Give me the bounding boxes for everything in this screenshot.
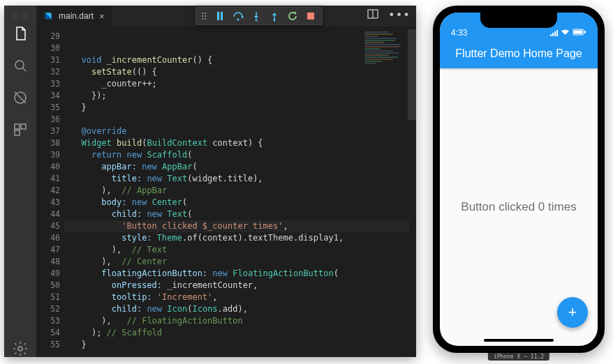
simulator-device-label: iPhone X – 11.2 [488, 353, 549, 361]
svg-marker-10 [242, 15, 244, 19]
simulator-screen[interactable]: 4:33 Flutter Demo Home Page Button click… [440, 13, 598, 346]
pause-icon[interactable] [214, 10, 226, 22]
step-over-icon[interactable] [232, 10, 244, 22]
line-gutter: 29 30 31 32 33 34 35 36 37 38 39 40 41 4… [36, 26, 64, 357]
svg-point-14 [256, 20, 258, 22]
debug-icon[interactable] [12, 89, 29, 106]
step-into-icon[interactable] [251, 10, 262, 22]
tab-main-dart[interactable]: main.dart × [36, 6, 112, 26]
svg-marker-16 [272, 13, 276, 15]
more-actions-icon[interactable]: ••• [388, 8, 411, 22]
settings-gear-icon[interactable] [12, 340, 29, 357]
close-icon[interactable]: × [99, 11, 105, 22]
extensions-icon[interactable] [12, 121, 29, 138]
home-indicator[interactable] [484, 339, 554, 342]
svg-point-7 [18, 347, 22, 351]
svg-rect-8 [217, 12, 219, 20]
ios-simulator-frame: 4:33 Flutter Demo Home Page Button click… [433, 6, 605, 353]
status-time: 4:33 [451, 28, 467, 38]
search-icon[interactable] [12, 57, 29, 74]
vertical-scrollbar[interactable] [408, 26, 416, 357]
tab-label: main.dart [59, 11, 94, 21]
svg-rect-9 [221, 12, 223, 20]
plus-icon: + [568, 303, 577, 321]
svg-rect-6 [15, 130, 20, 135]
app-bar: Flutter Demo Home Page [440, 39, 598, 68]
tab-bar: main.dart × ••• [36, 6, 416, 26]
status-indicators [550, 28, 586, 38]
minimap[interactable] [364, 31, 405, 100]
window-close-dot[interactable] [11, 13, 18, 20]
code-editor-window: main.dart × ••• [4, 6, 416, 357]
svg-rect-4 [15, 124, 20, 129]
code-area[interactable]: 29 30 31 32 33 34 35 36 37 38 39 40 41 4… [36, 26, 416, 357]
battery-icon [573, 28, 586, 38]
svg-marker-18 [295, 11, 297, 15]
scrollbar-thumb[interactable] [408, 29, 416, 120]
step-out-icon[interactable] [269, 10, 280, 22]
floating-action-button[interactable]: + [557, 297, 588, 328]
svg-rect-19 [307, 13, 314, 20]
svg-marker-13 [254, 16, 258, 19]
app-bar-title: Flutter Demo Home Page [455, 47, 582, 60]
svg-rect-24 [584, 31, 586, 33]
split-editor-icon[interactable] [367, 8, 378, 22]
editor-main: main.dart × ••• [36, 6, 416, 357]
dart-file-icon [43, 11, 53, 21]
drag-handle-icon[interactable] [202, 13, 206, 20]
explorer-icon[interactable] [12, 25, 29, 42]
svg-point-0 [15, 61, 24, 69]
device-notch [480, 13, 557, 28]
wifi-icon [561, 28, 570, 38]
svg-point-17 [274, 20, 276, 22]
cellular-signal-icon [550, 30, 558, 36]
svg-rect-23 [574, 31, 583, 34]
svg-rect-5 [21, 124, 26, 129]
svg-line-1 [23, 68, 27, 72]
svg-point-11 [237, 19, 239, 21]
editor-top-right: ••• [367, 8, 411, 22]
code-content[interactable]: void _incrementCounter() { setState(() {… [64, 26, 416, 357]
stop-icon[interactable] [305, 10, 316, 22]
window-min-dot[interactable] [22, 13, 29, 20]
debug-toolbar[interactable] [195, 7, 323, 25]
restart-icon[interactable] [287, 10, 298, 22]
counter-text: Button clicked 0 times [461, 200, 576, 214]
activity-bar [4, 6, 36, 357]
